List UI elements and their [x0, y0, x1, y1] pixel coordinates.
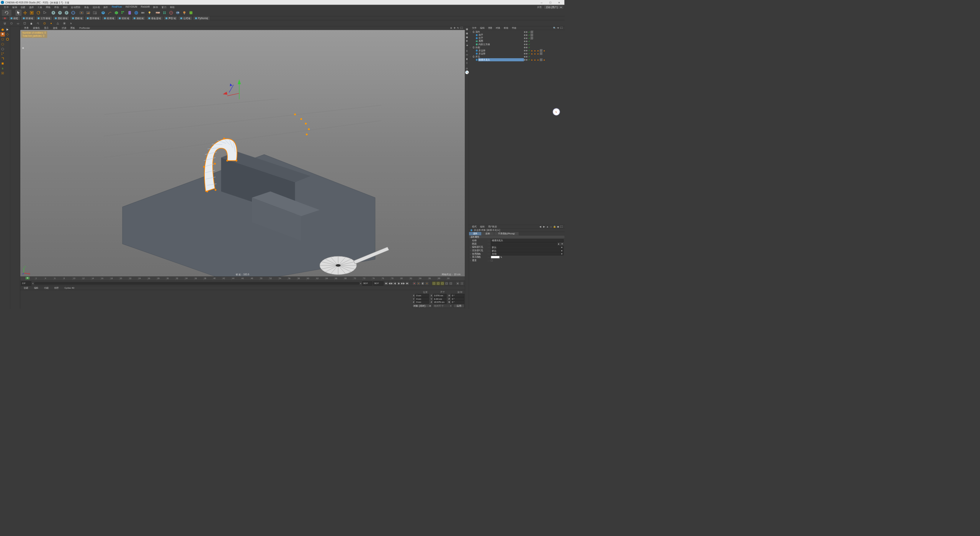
coord-size-Y[interactable]: 6.34 cm — [433, 297, 447, 300]
last-tool[interactable] — [42, 10, 48, 16]
coord-pos-Y[interactable]: 0 cm — [415, 297, 429, 300]
lt-2[interactable] — [0, 83, 5, 88]
rtb-10[interactable]: ⊙ — [465, 67, 469, 70]
m6[interactable] — [15, 38, 20, 42]
om-menu-编辑[interactable]: 编辑 — [478, 26, 486, 30]
om-search-icon[interactable]: 🔍 — [553, 26, 556, 29]
timeline-scrubber[interactable] — [34, 282, 359, 284]
undo-button[interactable] — [2, 10, 11, 16]
menu-文件[interactable]: 文件 — [2, 5, 11, 9]
render-picture[interactable] — [85, 10, 91, 16]
nurbs-gen[interactable] — [113, 10, 119, 16]
rt-i[interactable] — [5, 95, 10, 100]
cmd-sound[interactable]: 声音域 — [163, 16, 178, 20]
menu-选择[interactable]: 选择 — [27, 5, 36, 9]
om-item-碰撞水龙头[interactable]: 碰撞水龙头✔▲▲▲▲ — [469, 58, 564, 61]
vp-zoom-icon[interactable]: ⊕ — [449, 26, 452, 29]
workplane-2[interactable] — [21, 20, 28, 26]
rt-d[interactable] — [5, 68, 10, 72]
cmd-extra-1[interactable] — [2, 16, 8, 20]
vp-menu-ProRender[interactable]: ProRender — [77, 26, 92, 30]
layer-arrow-icon[interactable]: ▸ — [557, 242, 560, 245]
menu-编辑[interactable]: 编辑 — [11, 5, 19, 9]
rtb-search[interactable]: 🔍 — [465, 70, 469, 74]
cmd-python[interactable]: Python域 — [193, 16, 210, 20]
vp-menu-摄像机[interactable]: 摄像机 — [31, 26, 42, 30]
coord-size-Z[interactable]: 20.979 cm — [433, 301, 447, 304]
move-tool[interactable] — [22, 10, 28, 16]
rtb-8[interactable]: ▮ — [465, 57, 469, 60]
rtb-9[interactable]: ▯ — [465, 61, 469, 64]
attr-prev[interactable]: ◀ — [539, 225, 542, 228]
menu-工具[interactable]: 工具 — [36, 5, 44, 9]
play-forward[interactable]: ▶ — [397, 281, 401, 285]
workplane-lock[interactable] — [28, 20, 34, 26]
mat-menu-编辑[interactable]: 编辑 — [32, 286, 40, 289]
rt-g[interactable] — [5, 85, 10, 90]
lt-8[interactable] — [0, 113, 5, 117]
edge-mode[interactable] — [0, 56, 5, 61]
coord-system[interactable] — [70, 10, 76, 16]
lt-3[interactable] — [0, 88, 5, 93]
attr-field-名称[interactable]: 碰撞水龙头 — [491, 239, 564, 242]
cmd-spline[interactable]: 画笔 — [8, 16, 20, 20]
om-item-内部立方体[interactable]: 内部立方体✔ — [469, 43, 564, 46]
menu-INSYDIUM[interactable]: INSYDIUM — [124, 5, 139, 9]
timeline-playhead[interactable]: 0 — [26, 277, 29, 279]
color-edit-icon[interactable]: ✎ — [500, 256, 503, 258]
cube-primitive[interactable] — [100, 10, 106, 16]
key-pla[interactable]: ▢ — [449, 281, 452, 285]
texture-mode[interactable] — [0, 37, 5, 42]
lt-13[interactable] — [0, 137, 5, 141]
lt-14[interactable] — [0, 142, 5, 146]
om-item-分裂[interactable]: -L分裂✔ — [469, 46, 564, 49]
rt-q[interactable] — [5, 134, 10, 138]
vp-max-icon[interactable]: ⛶ — [460, 26, 463, 29]
rtb-4[interactable]: ✚ — [465, 39, 469, 43]
attr-next[interactable]: ▶ — [542, 225, 546, 228]
rtb-5[interactable]: ◈ — [465, 43, 469, 47]
coord-rot-B[interactable]: 0 ° — [451, 301, 464, 304]
rt-m[interactable] — [5, 114, 10, 119]
menu-Redshift[interactable]: Redshift — [139, 5, 151, 9]
pen-spline[interactable] — [107, 10, 113, 16]
viewport-solo[interactable] — [48, 20, 54, 26]
effector[interactable] — [168, 10, 174, 16]
mat-menu-纹理[interactable]: 纹理 — [52, 286, 60, 289]
array-gen[interactable] — [120, 10, 126, 16]
cmd-sphere[interactable]: 球体域 — [21, 16, 35, 20]
om-item-溢出[interactable]: -L溢出✔ — [469, 30, 564, 33]
coord-pos-X[interactable]: 0 cm — [415, 294, 429, 297]
attr-menu-编辑[interactable]: 编辑 — [478, 225, 486, 228]
rt-l[interactable] — [5, 109, 10, 114]
lt-6[interactable] — [0, 103, 5, 107]
menu-RealFlow[interactable]: RealFlow — [110, 5, 124, 9]
cmd-shader[interactable]: 着色器域 — [146, 16, 163, 20]
attr-max[interactable]: ⛶ — [560, 225, 563, 228]
mat-menu-创建[interactable]: 创建 — [22, 286, 30, 289]
m4[interactable] — [15, 33, 20, 37]
m3[interactable] — [11, 33, 15, 37]
anim-opt[interactable]: ⋮ — [460, 281, 464, 285]
scale-tool[interactable] — [29, 10, 35, 16]
cmd-cylinder[interactable]: 圆柱体域 — [53, 16, 70, 20]
point-mode[interactable] — [0, 52, 5, 56]
rt-arrow[interactable] — [5, 27, 10, 32]
fx-button[interactable]: fx — [68, 20, 74, 26]
play-back[interactable]: ◀ — [393, 281, 397, 285]
rt-b[interactable] — [5, 58, 10, 63]
polygon-mode[interactable] — [0, 61, 5, 66]
om-item-台子[interactable]: 台子✔ — [469, 37, 564, 40]
key-scale[interactable]: ▢ — [436, 281, 440, 285]
attr-new[interactable]: ▣ — [557, 225, 560, 228]
step-forward[interactable]: ▶▶ — [401, 281, 405, 285]
anim-menu[interactable]: ≡ — [456, 281, 460, 285]
workplane[interactable] — [15, 20, 21, 26]
om-item-开关[interactable]: -L开关✔ — [469, 55, 564, 58]
xpresso[interactable] — [181, 10, 187, 16]
rtb-2[interactable]: ▦ — [465, 31, 469, 35]
om-item-底面[interactable]: 底面✔ — [469, 40, 564, 43]
m1[interactable] — [11, 27, 15, 32]
coord-apply-button[interactable]: 应用 — [453, 304, 464, 307]
attr-tab-2[interactable]: 平滑着色(Phong) — [494, 232, 519, 235]
